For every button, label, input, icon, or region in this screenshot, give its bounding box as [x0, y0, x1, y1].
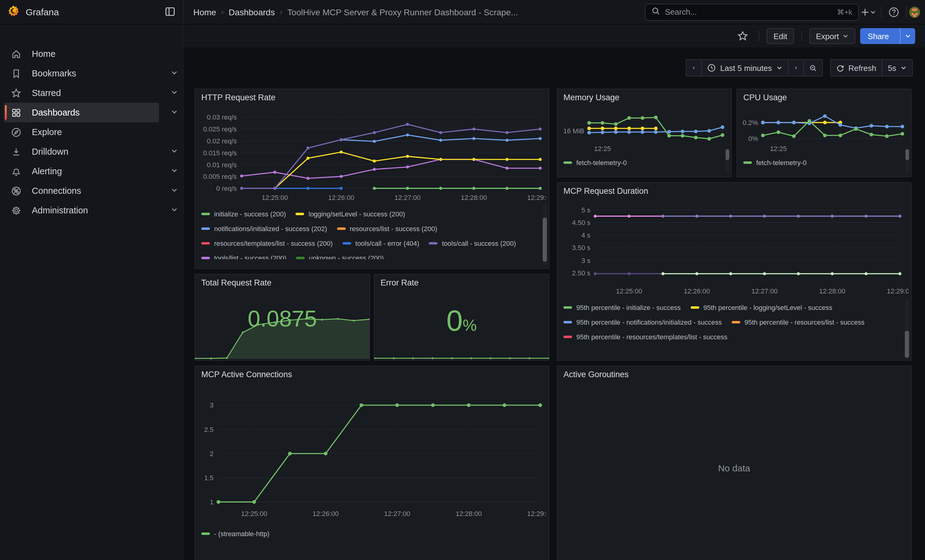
breadcrumb-item[interactable]: Home	[193, 7, 216, 17]
panel-title[interactable]: MCP Request Duration	[563, 186, 648, 196]
legend-scrollbar-thumb[interactable]	[905, 331, 909, 357]
sidebar-item-dashboards[interactable]: Dashboards	[4, 103, 159, 122]
edit-button[interactable]: Edit	[767, 28, 794, 44]
panel-title[interactable]: HTTP Request Rate	[201, 93, 276, 102]
panel-active-goroutines[interactable]: Active Goroutines No data	[557, 366, 911, 560]
svg-text:0.03 req/s: 0.03 req/s	[207, 113, 237, 121]
search-shortcut: ⌘+k	[837, 8, 852, 16]
user-avatar[interactable]	[909, 6, 920, 17]
plug-icon	[11, 186, 23, 196]
legend-color-pill	[563, 321, 572, 323]
help-icon[interactable]	[884, 2, 904, 22]
refresh-button[interactable]: Refresh	[830, 59, 882, 77]
legend-color-pill	[296, 213, 304, 215]
sidebar-item-label: Starred	[32, 88, 61, 98]
panel-total-request-rate[interactable]: Total Request Rate 0.0875	[194, 274, 370, 361]
panel-cpu-usage[interactable]: CPU Usage 0.2%0%12:25 fetch-telemetry-0	[737, 89, 911, 177]
star-icon	[11, 88, 23, 98]
chevron-down-icon[interactable]	[170, 186, 180, 196]
legend-item[interactable]: fetch-telemetry-0	[743, 155, 807, 170]
dashboard-canvas: Last 5 minutes Refresh 5s HTTP Request R…	[184, 48, 925, 560]
sidebar-item-bookmarks[interactable]: Bookmarks	[4, 64, 159, 83]
legend-item[interactable]: resources/templates/list - success (200)	[201, 236, 333, 251]
memory-legend: fetch-telemetry-0	[563, 155, 710, 171]
legend-item[interactable]: initialize - success (200)	[201, 207, 286, 221]
sidebar-item-explore[interactable]: Explore	[4, 122, 159, 142]
legend-color-pill	[563, 336, 572, 338]
legend-item[interactable]: notifications/initialized - success (202…	[201, 221, 327, 236]
legend-item[interactable]: 95th percentile - initialize - success	[563, 300, 681, 315]
legend-scrollbar-thumb[interactable]	[542, 218, 547, 262]
breadcrumb: Home›Dashboards›ToolHive MCP Server & Pr…	[193, 7, 518, 17]
share-button[interactable]: Share	[860, 28, 915, 44]
sidebar-item-administration[interactable]: Administration	[4, 201, 159, 220]
legend-scrollbar-thumb[interactable]	[905, 149, 909, 160]
toolbar-divider	[759, 30, 759, 42]
legend-item[interactable]: resources/list - success (200)	[337, 221, 437, 236]
panel-error-rate[interactable]: Error Rate 0%	[374, 274, 549, 361]
panel-title[interactable]: Total Request Rate	[201, 278, 272, 287]
panel-http-request-rate[interactable]: HTTP Request Rate 0 req/s0.005 req/s0.01…	[194, 89, 549, 269]
time-shift-back-button[interactable]	[686, 59, 702, 77]
panel-mcp-request-duration[interactable]: MCP Request Duration 2.50 s3 s3.50 s4 s4…	[557, 182, 911, 361]
refresh-interval-picker[interactable]: 5s	[882, 59, 913, 77]
legend-item[interactable]: 95th percentile - logging/setLevel - suc…	[690, 300, 832, 315]
svg-text:2.5: 2.5	[204, 426, 214, 434]
sidebar-item-connections[interactable]: Connections	[4, 181, 159, 201]
legend-item[interactable]: fetch-telemetry-0	[563, 155, 627, 170]
favorite-star-icon[interactable]	[734, 27, 752, 45]
legend-item[interactable]: - (streamable-http)	[201, 526, 270, 541]
svg-text:1.5: 1.5	[204, 474, 214, 482]
chevron-down-icon[interactable]	[170, 69, 180, 78]
panel-mcp-active-connections[interactable]: MCP Active Connections 11.522.5312:25:00…	[194, 366, 549, 560]
panel-title[interactable]: MCP Active Connections	[201, 370, 292, 379]
breadcrumb-separator: ›	[221, 8, 224, 17]
panel-memory-usage[interactable]: Memory Usage 16 MiB12:25 fetch-telemetry…	[557, 89, 732, 177]
legend-item[interactable]: unknown - success (200)	[296, 251, 384, 259]
legend-item[interactable]: tools/call - error (404)	[343, 236, 419, 251]
panel-title[interactable]: Error Rate	[381, 278, 419, 287]
sidebar-item-label: Home	[32, 49, 55, 59]
legend-item[interactable]: 95th percentile - notifications/initiali…	[563, 315, 722, 330]
chevron-down-icon[interactable]	[170, 108, 180, 117]
chevron-down-icon	[901, 65, 907, 71]
legend-color-pill	[429, 242, 438, 245]
panel-title[interactable]: Active Goroutines	[563, 370, 628, 379]
sidebar-toggle-icon[interactable]	[164, 6, 176, 20]
sidebar-item-drilldown[interactable]: Drilldown	[4, 142, 159, 161]
search-input-wrapper[interactable]: ⌘+k	[645, 3, 859, 21]
chevron-down-icon[interactable]	[170, 206, 180, 215]
grafana-logo[interactable]	[8, 5, 20, 19]
legend-item[interactable]: logging/setLevel - success (200)	[296, 207, 405, 221]
legend-item[interactable]: tools/call - success (200)	[429, 236, 516, 251]
legend-item[interactable]: 95th percentile - resources/templates/li…	[563, 330, 728, 344]
add-new-button[interactable]	[859, 2, 878, 22]
zoom-out-button[interactable]	[803, 59, 823, 77]
panel-title[interactable]: CPU Usage	[743, 93, 787, 102]
svg-text:2.50 s: 2.50 s	[572, 269, 591, 277]
sidebar-item-alerting[interactable]: Alerting	[4, 161, 159, 181]
export-button[interactable]: Export	[809, 28, 855, 44]
search-input[interactable]	[665, 8, 832, 17]
breadcrumb-separator: ›	[280, 8, 282, 17]
sidebar-item-label: Explore	[32, 127, 62, 137]
time-range-picker[interactable]: Last 5 minutes	[701, 59, 788, 77]
chevron-down-icon[interactable]	[170, 88, 180, 98]
breadcrumb-item[interactable]: Dashboards	[229, 7, 275, 17]
chevron-down-icon[interactable]	[170, 147, 180, 156]
share-options-chevron[interactable]	[900, 28, 915, 44]
legend-item[interactable]: tools/list - success (200)	[201, 251, 286, 259]
chevron-down-icon[interactable]	[170, 166, 180, 176]
legend-scrollbar-thumb[interactable]	[726, 149, 729, 160]
svg-text:12:28:00: 12:28:00	[819, 287, 845, 295]
sidebar-item-home[interactable]: Home	[4, 44, 159, 64]
svg-text:12:26:00: 12:26:00	[328, 194, 354, 201]
toolbar-divider	[801, 30, 802, 42]
svg-text:12:28:00: 12:28:00	[455, 510, 482, 518]
nav-actions: ⌘+k	[645, 2, 925, 22]
time-shift-forward-button[interactable]	[788, 59, 804, 77]
home-icon	[11, 49, 23, 59]
legend-item[interactable]: 95th percentile - resources/list - succe…	[732, 315, 865, 330]
panel-title[interactable]: Memory Usage	[563, 93, 619, 102]
sidebar-item-starred[interactable]: Starred	[4, 83, 159, 103]
